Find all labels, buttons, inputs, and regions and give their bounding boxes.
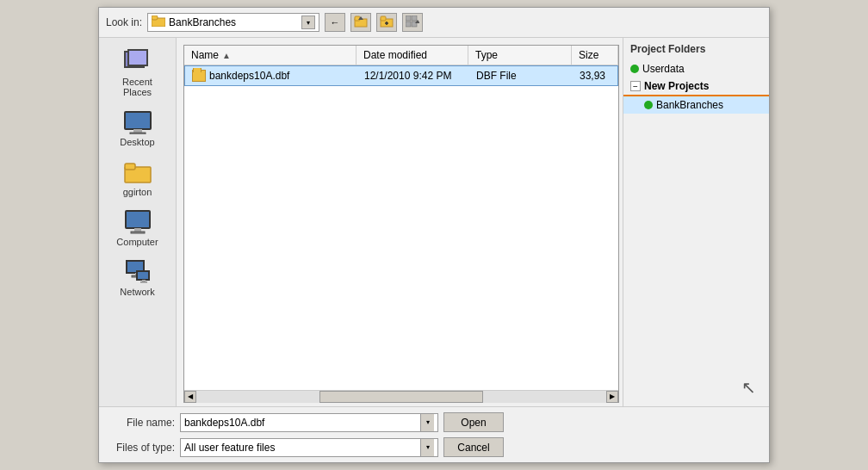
file-list-body: bankdeps10A.dbf 12/1/2010 9:42 PM DBF Fi…	[184, 65, 618, 390]
svg-rect-15	[133, 129, 142, 133]
files-of-type-dropdown-arrow[interactable]: ▾	[420, 439, 434, 456]
svg-rect-20	[134, 228, 141, 232]
column-header-type[interactable]: Type	[468, 46, 572, 65]
scroll-right-button[interactable]: ▶	[606, 391, 618, 403]
new-folder-icon	[380, 15, 394, 30]
toolbar: Look in: BankBranches ▾ ←	[99, 8, 769, 38]
computer-label: Computer	[116, 237, 158, 247]
lookin-label: Look in:	[106, 16, 142, 28]
file-size-cell: 33,93	[573, 68, 617, 83]
ggirton-label: ggirton	[123, 187, 152, 197]
svg-rect-1	[152, 15, 158, 20]
lookin-dropdown-arrow[interactable]: ▾	[301, 15, 315, 29]
file-icon	[192, 70, 206, 82]
back-button[interactable]: ←	[325, 13, 345, 32]
file-name-combo[interactable]: bankdeps10A.dbf ▾	[180, 413, 438, 432]
file-list-header: Name ▲ Date modified Type Size	[184, 46, 618, 65]
new-folder-button[interactable]	[376, 13, 397, 32]
file-name-cell: bankdeps10A.dbf	[185, 68, 357, 83]
sidebar-item-computer[interactable]: Computer	[103, 205, 172, 251]
folder-small-icon	[152, 15, 165, 29]
sidebar-item-recent-places[interactable]: Recent Places	[103, 45, 172, 102]
new-projects-label: New Projects	[644, 80, 709, 92]
project-tree: Userdata − New Projects BankBranches	[623, 60, 769, 233]
sort-arrow-icon: ▲	[222, 51, 231, 60]
sidebar-item-desktop[interactable]: Desktop	[103, 105, 172, 152]
files-of-type-value: All user feature files	[184, 442, 420, 454]
svg-rect-11	[406, 22, 411, 27]
scroll-track[interactable]	[196, 391, 606, 403]
svg-rect-26	[142, 280, 146, 281]
file-date-cell: 12/1/2010 9:42 PM	[357, 68, 469, 83]
svg-rect-3	[355, 16, 360, 21]
desktop-icon	[122, 109, 153, 135]
bankbranches-label: BankBranches	[656, 99, 723, 111]
table-row[interactable]: bankdeps10A.dbf 12/1/2010 9:42 PM DBF Fi…	[184, 65, 618, 86]
svg-rect-10	[412, 15, 417, 21]
svg-rect-21	[131, 232, 145, 233]
files-of-type-label: Files of type:	[106, 442, 175, 454]
network-icon	[122, 259, 153, 285]
column-header-size[interactable]: Size	[572, 46, 618, 65]
svg-rect-25	[137, 271, 149, 280]
file-name-dropdown-arrow[interactable]: ▾	[420, 414, 434, 431]
svg-rect-27	[140, 281, 147, 283]
recent-places-label: Recent Places	[108, 77, 168, 97]
files-of-type-combo[interactable]: All user feature files ▾	[180, 438, 438, 457]
up-folder-button[interactable]	[350, 13, 371, 32]
svg-rect-6	[381, 16, 386, 21]
main-area: Recent Places Desktop	[99, 38, 769, 406]
userdata-status-icon	[630, 65, 639, 73]
ggirton-folder-icon	[122, 159, 153, 185]
sidebar: Recent Places Desktop	[99, 38, 177, 406]
scroll-thumb[interactable]	[319, 391, 483, 403]
computer-icon	[122, 209, 153, 235]
svg-rect-16	[130, 133, 146, 134]
userdata-label: Userdata	[642, 63, 685, 75]
file-name-value: bankdeps10A.dbf	[184, 417, 420, 429]
scroll-left-button[interactable]: ◀	[184, 391, 196, 403]
cursor-icon: ↖	[741, 377, 756, 398]
recent-places-icon	[122, 49, 153, 75]
filename-row: File name: bankdeps10A.dbf ▾ Open	[106, 412, 762, 432]
svg-rect-9	[406, 15, 411, 21]
filetype-row: Files of type: All user feature files ▾ …	[106, 437, 762, 457]
project-folders-title: Project Folders	[623, 38, 769, 60]
lookin-combo[interactable]: BankBranches ▾	[147, 13, 319, 32]
column-header-date[interactable]: Date modified	[356, 46, 468, 65]
svg-rect-19	[126, 211, 150, 228]
file-name-label: File name:	[106, 417, 175, 429]
right-panel: Project Folders Userdata − New Projects …	[623, 38, 769, 406]
lookin-value: BankBranches	[169, 16, 301, 28]
tree-node-bankbranches[interactable]: BankBranches	[623, 96, 769, 114]
bankbranches-status-icon	[644, 101, 653, 109]
open-button[interactable]: Open	[443, 412, 504, 432]
svg-rect-14	[125, 112, 151, 129]
file-browser: Name ▲ Date modified Type Size	[183, 45, 619, 403]
back-icon: ←	[331, 17, 340, 28]
bottom-controls: File name: bankdeps10A.dbf ▾ Open Files …	[99, 406, 769, 462]
file-type-cell: DBF File	[469, 68, 573, 83]
views-icon	[406, 15, 419, 29]
tree-node-userdata[interactable]: Userdata	[623, 60, 769, 77]
new-projects-header[interactable]: − New Projects	[623, 77, 769, 96]
expand-icon[interactable]: −	[630, 81, 641, 91]
views-button[interactable]	[402, 13, 423, 32]
sidebar-item-ggirton[interactable]: ggirton	[103, 155, 172, 201]
horizontal-scrollbar[interactable]: ◀ ▶	[184, 390, 618, 402]
column-header-name[interactable]: Name ▲	[184, 46, 356, 65]
open-file-dialog: Look in: BankBranches ▾ ←	[98, 7, 770, 463]
desktop-label: Desktop	[120, 137, 154, 147]
cancel-button[interactable]: Cancel	[443, 437, 504, 457]
network-label: Network	[120, 287, 154, 297]
sidebar-item-network[interactable]: Network	[103, 255, 172, 301]
svg-rect-18	[125, 164, 135, 170]
up-folder-icon	[354, 15, 368, 30]
